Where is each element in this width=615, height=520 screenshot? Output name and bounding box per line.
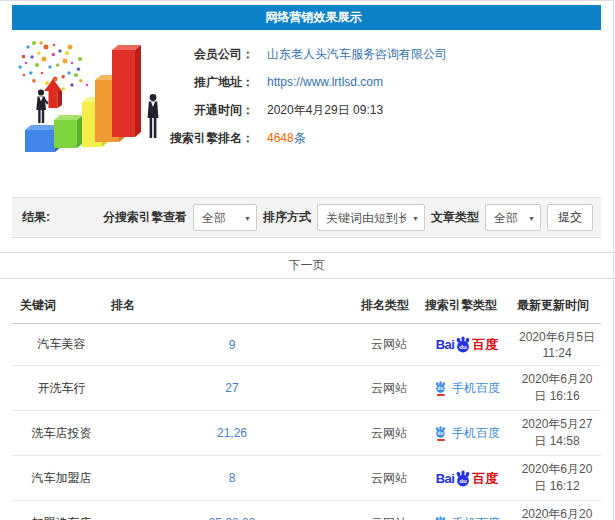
rank-count-value: 4648条: [267, 130, 306, 147]
engine-cell: Bai du 百度: [421, 456, 513, 501]
result-label: 结果:: [22, 209, 50, 226]
rank-type-cell: 云网站: [357, 366, 421, 411]
rank-type-cell: 云网站: [357, 324, 421, 366]
engine-cell: Bai du 百度: [421, 324, 513, 366]
sort-filter-label: 排序方式: [263, 209, 311, 226]
url-label: 推广地址：: [12, 74, 254, 91]
mobile-baidu-paw-icon: du: [434, 516, 447, 520]
filter-group: 分搜索引擎查看 全部 排序方式 关键词由短到长排序 文章类型 全部 提交: [103, 204, 593, 231]
svg-text:du: du: [438, 386, 444, 391]
header-rank: 排名: [107, 289, 357, 324]
mobile-baidu-label: 手机百度: [452, 382, 500, 394]
sort-select-wrap: 关键词由短到长排序: [317, 204, 425, 231]
type-select-wrap: 全部: [485, 204, 541, 231]
info-row-url: 推广地址： https://www.lrtlsd.com: [12, 68, 615, 96]
rank-cell[interactable]: 27: [107, 366, 357, 411]
mobile-baidu-label: 手机百度: [452, 427, 500, 439]
updated-cell: 2020年5月27日 14:58: [513, 411, 601, 456]
mobile-baidu-badge: du 手机百度: [434, 516, 500, 520]
header-keyword: 关键词: [12, 289, 107, 324]
page-title: 网络营销效果展示: [266, 10, 362, 24]
top-section: 会员公司： 山东老人头汽车服务咨询有限公司 推广地址： https://www.…: [12, 30, 601, 197]
keyword-cell: 汽车美容: [12, 324, 107, 366]
header-rank-type: 排名类型: [357, 289, 421, 324]
rank-type-cell: 云网站: [357, 501, 421, 520]
rank-cell[interactable]: 25,28,28: [107, 501, 357, 520]
mobile-baidu-underline: [437, 394, 445, 396]
info-row-company: 会员公司： 山东老人头汽车服务咨询有限公司: [12, 40, 615, 68]
app-header: 网络营销效果展示: [12, 5, 601, 30]
svg-text:du: du: [460, 343, 468, 350]
rank-cell[interactable]: 21,26: [107, 411, 357, 456]
rank-count-label: 搜索引擎排名：: [12, 130, 254, 147]
pagination-wrap: 1 下一页 尾页: [12, 252, 601, 279]
mobile-baidu-badge: du 手机百度: [434, 381, 500, 396]
svg-text:du: du: [438, 431, 444, 436]
keyword-cell: 洗车店投资: [12, 411, 107, 456]
company-link[interactable]: 山东老人头汽车服务咨询有限公司: [267, 46, 447, 63]
baidu-paw-icon: du: [454, 336, 472, 353]
pagination: 1 下一页 尾页: [0, 252, 615, 279]
baidu-logo: Bai du 百度: [436, 470, 499, 487]
type-select[interactable]: 全部: [485, 204, 541, 231]
engine-select[interactable]: 全部: [193, 204, 257, 231]
engine-cell: du 手机百度: [421, 366, 513, 411]
rank-cell[interactable]: 8: [107, 456, 357, 501]
baidu-logo-bai: Bai: [436, 472, 455, 485]
table-header: 关键词 排名 排名类型 搜索引擎类型 最新更新时间: [12, 289, 601, 324]
open-time-label: 开通时间：: [12, 102, 254, 119]
table-row: 洗车店投资 21,26 云网站 du: [12, 411, 601, 456]
rank-type-cell: 云网站: [357, 456, 421, 501]
result-filter-bar: 结果: 分搜索引擎查看 全部 排序方式 关键词由短到长排序 文章类型 全部 提交: [12, 197, 601, 238]
baidu-paw-icon: du: [454, 470, 472, 487]
engine-cell: du 手机百度: [421, 411, 513, 456]
engine-filter-label: 分搜索引擎查看: [103, 209, 187, 226]
baidu-logo-cn: 百度: [472, 472, 498, 485]
rank-type-cell: 云网站: [357, 411, 421, 456]
open-time-value: 2020年4月29日 09:13: [267, 102, 383, 119]
baidu-logo-bai: Bai: [436, 338, 455, 351]
table-row: 加盟洗车店 25,28,28 云网站 du: [12, 501, 601, 520]
ranking-table: 关键词 排名 排名类型 搜索引擎类型 最新更新时间 汽车美容 9 云网站 Bai: [12, 289, 601, 520]
baidu-logo-cn: 百度: [472, 338, 498, 351]
table-body: 汽车美容 9 云网站 Bai du 百度 2020年6月5日 11:2: [12, 324, 601, 520]
rank-count-number: 4648: [267, 131, 294, 145]
rank-count-unit[interactable]: 条: [294, 131, 306, 145]
baidu-logo: Bai du 百度: [436, 336, 499, 353]
submit-button[interactable]: 提交: [547, 204, 593, 231]
mobile-baidu-paw-icon: du: [434, 426, 447, 441]
header-updated: 最新更新时间: [513, 289, 601, 324]
keyword-cell: 加盟洗车店: [12, 501, 107, 520]
company-label: 会员公司：: [12, 46, 254, 63]
sort-select[interactable]: 关键词由短到长排序: [317, 204, 425, 231]
engine-cell: du 手机百度: [421, 501, 513, 520]
table-row: 开洗车行 27 云网站 du 手机百: [12, 366, 601, 411]
updated-cell: 2020年6月5日 11:24: [513, 324, 601, 366]
page: 网络营销效果展示: [0, 0, 614, 520]
svg-text:du: du: [460, 476, 468, 483]
engine-select-wrap: 全部: [193, 204, 257, 231]
table-row: 汽车加盟店 8 云网站 Bai du 百度 2020年6月20日 16: [12, 456, 601, 501]
updated-cell: 2020年6月20日 16:11: [513, 501, 601, 520]
member-info: 会员公司： 山东老人头汽车服务咨询有限公司 推广地址： https://www.…: [12, 40, 615, 152]
promo-url-link[interactable]: https://www.lrtlsd.com: [267, 75, 383, 89]
mobile-baidu-paw-icon: du: [434, 381, 447, 396]
keyword-cell: 汽车加盟店: [12, 456, 107, 501]
type-filter-label: 文章类型: [431, 209, 479, 226]
updated-cell: 2020年6月20日 16:16: [513, 366, 601, 411]
header-engine-type: 搜索引擎类型: [421, 289, 513, 324]
updated-cell: 2020年6月20日 16:12: [513, 456, 601, 501]
info-row-open-time: 开通时间： 2020年4月29日 09:13: [12, 96, 615, 124]
table-row: 汽车美容 9 云网站 Bai du 百度 2020年6月5日 11:2: [12, 324, 601, 366]
keyword-cell: 开洗车行: [12, 366, 107, 411]
mobile-baidu-badge: du 手机百度: [434, 426, 500, 441]
rank-cell[interactable]: 9: [107, 324, 357, 366]
next-page-button[interactable]: 下一页: [0, 252, 614, 279]
info-row-rank-count: 搜索引擎排名： 4648条: [12, 124, 615, 152]
mobile-baidu-underline: [437, 439, 445, 441]
